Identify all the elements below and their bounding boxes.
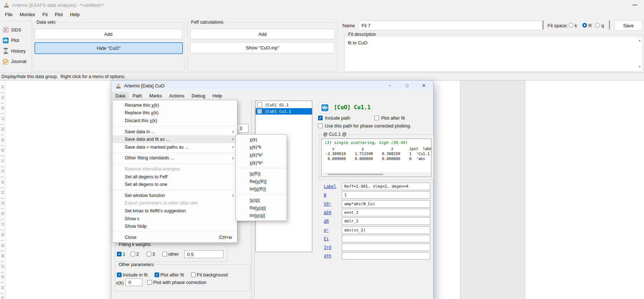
option-checkbox-plot-after-fit[interactable]	[155, 273, 159, 277]
menu-item-k-k[interactable]: χ(k)*k³	[236, 159, 287, 167]
close-icon[interactable]: ✕	[418, 82, 429, 90]
k-weight-checkbox-1[interactable]	[117, 252, 122, 256]
param-input-label[interactable]: Reff=2.901, nleg=2, degen=4	[342, 183, 430, 190]
fit-space-radio-k[interactable]	[569, 23, 573, 28]
fit-name-input[interactable]: Fit 7	[358, 20, 543, 30]
minimize-icon[interactable]: −	[384, 82, 395, 90]
k-weight-checkbox-2[interactable]	[131, 252, 135, 256]
menu-item-show[interactable]: Show ε	[113, 215, 237, 223]
param-input-n[interactable]: 1	[342, 191, 430, 199]
save-button[interactable]: Save	[614, 20, 643, 31]
menu-plot[interactable]: Plot	[51, 11, 66, 18]
menu-item-k-k[interactable]: χ(k)*k²	[236, 151, 287, 159]
k-weight-checkbox-3[interactable]	[147, 252, 151, 256]
fit-space-radio-q[interactable]	[595, 23, 600, 28]
param-label-label[interactable]: Label	[324, 184, 336, 189]
maximize-icon[interactable]: □	[402, 82, 412, 90]
menu-item-re-r[interactable]: Re[χ(R)]	[236, 178, 287, 185]
fit-space-radio-r[interactable]	[582, 23, 587, 28]
menu-item-k[interactable]: χ(k)	[236, 136, 287, 144]
menu-item-save-data-in[interactable]: Save data in ...›	[113, 128, 237, 136]
fit-description-textarea[interactable]: fit to CuO	[345, 37, 642, 71]
sidebar-item-journal[interactable]: Journal	[3, 58, 27, 65]
menu-item-r[interactable]: |χ(R)|	[236, 170, 287, 178]
menu-file[interactable]: File	[1, 11, 16, 18]
menu-help[interactable]: Help	[66, 11, 83, 18]
menu-fit[interactable]: Fit	[39, 11, 51, 18]
menu-item-save-data-marked-paths-as[interactable]: Save data + marked paths as ...›	[113, 143, 237, 151]
path-list-item[interactable]: [CuO] O1.1	[256, 102, 312, 108]
param-input-s0[interactable]: amp*abs(N_Cu)	[342, 200, 430, 208]
scrollbar-thumb[interactable]	[327, 174, 383, 175]
sidebar-item-gds[interactable]: GDS	[3, 26, 21, 33]
k-weight-label: 1	[123, 252, 125, 257]
menu-item-set-all-degens-to-feff[interactable]: Set all degens to Feff	[113, 173, 237, 181]
ruler-number: 32	[1, 169, 4, 174]
sidebar-item-history[interactable]: History	[3, 47, 25, 54]
scroll-down-icon[interactable]: ▼	[638, 65, 641, 68]
menu-item-rename-this-k[interactable]: Rename this χ(k)	[113, 101, 237, 109]
menu-help[interactable]: Help	[209, 92, 226, 100]
param-input-ei[interactable]	[342, 235, 430, 242]
option-label: Fit background	[197, 273, 228, 278]
menu-item-q[interactable]: |χ(q)|	[236, 196, 287, 204]
show-cuo-inp-button[interactable]: Show "CuO.inp"	[190, 42, 335, 53]
k-weight-checkbox-other[interactable]	[162, 252, 167, 256]
path-mark-checkbox[interactable]	[257, 109, 262, 114]
param-label-r[interactable]: ΔR	[324, 219, 329, 224]
menu-item-im-r[interactable]: Im[χ(R)]	[236, 185, 287, 193]
param-input-r[interactable]: delr_2	[342, 217, 430, 225]
menu-path[interactable]: Path	[129, 92, 146, 100]
menu-marks[interactable]: Marks	[146, 92, 165, 100]
data-sets-add-button[interactable]: Add	[34, 29, 182, 39]
path-mark-checkbox[interactable]	[257, 102, 262, 107]
menu-monitor[interactable]: Monitor	[16, 11, 39, 18]
menu-item-discard-this-k[interactable]: Discard this χ(k)	[113, 117, 237, 125]
plot-phase-correction-checkbox[interactable]	[147, 280, 152, 285]
menu-actions[interactable]: Actions	[166, 92, 188, 100]
param-label-4th[interactable]: 4th	[324, 254, 331, 259]
menu-debug[interactable]: Debug	[188, 92, 209, 100]
phase-corrected-checkbox[interactable]	[318, 124, 323, 128]
param-label-3rd[interactable]: 3rd	[324, 245, 331, 250]
menu-item-save-data-and-fit-as[interactable]: Save data and fit as ...›	[113, 135, 237, 143]
menu-item-replace-this-k[interactable]: Replace this χ(k)	[113, 109, 237, 117]
sidebar-item-plot[interactable]: Plot	[3, 37, 19, 44]
menu-item-set-all-degens-to-one[interactable]: Set all degens to one	[113, 180, 237, 188]
menu-item-im-q[interactable]: Im[χ(q)]	[236, 212, 287, 220]
menu-item-k-k[interactable]: χ(k)*k	[236, 144, 287, 151]
minimize-icon[interactable]	[633, 5, 637, 5]
hide-cuo-button[interactable]: Hide "CuO"	[34, 42, 183, 54]
k-weight-other-input[interactable]: 0.5	[184, 250, 223, 258]
param-input-item[interactable]: abs(ss_2)	[342, 226, 430, 234]
option-checkbox-include-in-fit[interactable]	[117, 273, 122, 277]
param-label-item[interactable]: σ²	[324, 228, 329, 233]
menu-data[interactable]: Data	[112, 92, 129, 100]
path-list-item[interactable]: [CuO] Cu1.1	[256, 108, 312, 115]
param-input-e0[interactable]: enot_1	[342, 209, 430, 216]
menu-item-set-window-function[interactable]: Set window function›	[113, 192, 237, 199]
include-path-checkbox[interactable]	[318, 116, 323, 120]
menu-item-show-nidp[interactable]: Show Nidp	[113, 222, 237, 230]
path-item-label: [CuO] O1.1	[265, 103, 289, 107]
path-plot-button[interactable]	[319, 102, 331, 113]
option-checkbox-fit-background[interactable]	[191, 273, 196, 277]
menu-item-set-kmax-to-ifeffit-s-suggestion[interactable]: Set kmax to Ifeffit's suggestion	[113, 207, 237, 215]
scroll-up-icon[interactable]: ▲	[638, 39, 641, 42]
feff-add-button[interactable]: Add	[190, 29, 335, 39]
param-input-3rd[interactable]	[342, 243, 430, 251]
menu-item-re-q[interactable]: Re[χ(q)]	[236, 204, 287, 212]
param-label-ei[interactable]: Ei	[324, 236, 329, 241]
param-label-s0[interactable]: S0²	[324, 202, 331, 207]
param-input-4th[interactable]	[342, 252, 430, 260]
ruler-number: 37	[1, 222, 4, 227]
horizontal-scrollbar[interactable]	[322, 172, 430, 176]
param-label-n[interactable]: N	[324, 193, 326, 198]
menu-item-label: Save data and fit as ...	[125, 137, 170, 142]
menu-item-label: Set kmax to Ifeffit's suggestion	[125, 208, 186, 213]
menu-item-other-fitting-standards[interactable]: Other fitting standards ...›	[113, 154, 237, 162]
menu-item-close[interactable]: CloseCtrl+w	[113, 233, 237, 241]
param-label-e0[interactable]: ΔE0	[324, 210, 331, 215]
plot-after-fit-checkbox[interactable]	[374, 116, 379, 120]
epsilon-input[interactable]: 0	[126, 279, 142, 286]
